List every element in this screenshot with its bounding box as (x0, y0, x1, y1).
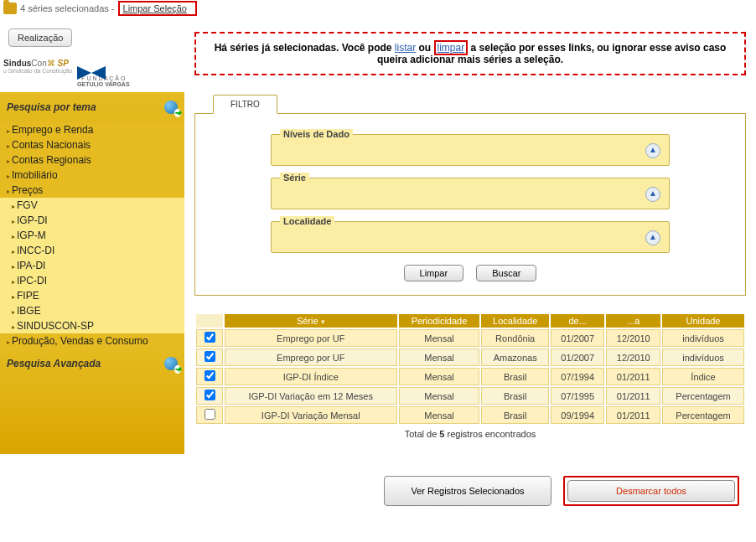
cell-local: Brasil (481, 387, 548, 405)
sidebar-item[interactable]: ▸IGP-M (0, 228, 184, 243)
sidebar-item[interactable]: ▸Produção, Vendas e Consumo (0, 333, 184, 348)
sidebar-item-label: Contas Regionais (12, 154, 91, 166)
sidebar-item[interactable]: ▸IPC-DI (0, 273, 184, 288)
caret-icon: ▸ (12, 263, 15, 271)
sidebar-item-label: FGV (17, 199, 38, 211)
folder-icon (3, 3, 17, 14)
selection-alert: Há séries já selecionadas. Você pode lis… (194, 32, 746, 75)
caret-icon: ▸ (7, 127, 10, 135)
cell-unidade: Percentagem (662, 406, 744, 424)
sidebar-item-label: FIPE (17, 290, 39, 302)
row-checkbox[interactable] (205, 370, 215, 381)
theme-menu: ▸Emprego e Renda▸Contas Nacionais▸Contas… (0, 122, 184, 348)
table-header-row: Série ▾ Periodicidade Localidade de... .… (196, 314, 744, 328)
total-count: Total de 5 registros encontrados (194, 429, 746, 439)
col-de[interactable]: de... (551, 314, 605, 328)
sidebar-item-label: IGP-M (17, 230, 46, 241)
caret-icon: ▸ (7, 338, 10, 346)
cell-a: 12/2010 (606, 348, 660, 366)
sidebar-item-label: IPC-DI (17, 275, 47, 286)
desmarcar-todos-button[interactable]: Desmarcar todos (567, 480, 735, 502)
cell-period: Mensal (399, 329, 480, 347)
caret-icon: ▸ (7, 157, 10, 165)
col-serie[interactable]: Série ▾ (225, 314, 397, 328)
sidebar-item[interactable]: ▸IGP-DI (0, 213, 184, 228)
row-checkbox[interactable] (205, 390, 215, 400)
listar-link[interactable]: listar (395, 42, 416, 54)
cell-period: Mensal (399, 406, 480, 424)
advanced-search-label: Pesquisa Avançada (7, 358, 101, 369)
caret-icon: ▸ (12, 218, 15, 225)
cell-de: 09/1994 (551, 406, 605, 424)
sinduscon-logo: SindusCon⌘ SP o Sindicato da Construção (3, 59, 72, 74)
sidebar-item-label: INCC-DI (17, 245, 54, 256)
globe-icon[interactable] (164, 101, 178, 114)
globe-icon[interactable] (164, 357, 178, 370)
cell-de: 01/2007 (551, 329, 605, 347)
ver-registros-button[interactable]: Ver Registros Selecionados (384, 476, 551, 506)
sidebar-item[interactable]: ▸INCC-DI (0, 243, 184, 258)
cell-serie: Emprego por UF (225, 348, 397, 366)
col-a[interactable]: ...a (606, 314, 660, 328)
cell-period: Mensal (399, 387, 480, 405)
top-status-bar: 4 séries selecionadas - Limpar Seleção (0, 0, 756, 17)
cell-de: 07/1994 (551, 368, 605, 385)
tab-filtro[interactable]: FILTRO (213, 95, 277, 114)
collapse-toggle[interactable]: ▲ (645, 187, 660, 202)
sidebar-item[interactable]: ▸Emprego e Renda (0, 122, 184, 137)
sidebar-item-label: IBGE (17, 305, 41, 317)
advanced-search-block[interactable]: Pesquisa Avançada (0, 348, 184, 454)
col-localidade[interactable]: Localidade (481, 314, 548, 328)
serie-fieldset: Série ▲ (271, 178, 670, 209)
sidebar-item[interactable]: ▸Imobiliário (0, 168, 184, 183)
col-periodicidade[interactable]: Periodicidade (399, 314, 480, 328)
col-unidade[interactable]: Unidade (662, 314, 744, 328)
sidebar-item[interactable]: ▸Preços (0, 183, 184, 198)
sidebar-item[interactable]: ▸FIPE (0, 288, 184, 303)
collapse-toggle[interactable]: ▲ (645, 143, 660, 158)
main-panel: Há séries já selecionadas. Você pode lis… (184, 17, 756, 506)
caret-icon: ▸ (12, 308, 15, 316)
localidade-legend: Localidade (280, 216, 334, 226)
limpar-button[interactable]: Limpar (404, 265, 464, 281)
sidebar-item[interactable]: ▸SINDUSCON-SP (0, 318, 184, 333)
cell-local: Rondônia (481, 329, 548, 347)
logos-row: SindusCon⌘ SP o Sindicato da Construção … (0, 47, 184, 92)
sidebar-item[interactable]: ▸FGV (0, 198, 184, 213)
collapse-toggle[interactable]: ▲ (645, 230, 660, 245)
selection-count-text: 4 séries selecionadas - (20, 3, 115, 13)
cell-de: 07/1995 (551, 387, 605, 405)
results-table: Série ▾ Periodicidade Localidade de... .… (194, 312, 746, 426)
table-row: IGP-DI Variação MensalMensalBrasil09/199… (196, 406, 744, 424)
clear-selection-link[interactable]: Limpar Seleção (118, 1, 197, 16)
cell-local: Brasil (481, 368, 548, 385)
row-checkbox[interactable] (205, 332, 215, 343)
sidebar-item-label: IGP-DI (17, 214, 48, 226)
cell-serie: Emprego por UF (225, 329, 397, 347)
filter-panel: Níveis de Dado ▲ Série ▲ Localidade ▲ Li… (194, 113, 746, 296)
table-row: IGP-DI ÍndiceMensalBrasil07/199401/2011Í… (196, 368, 744, 385)
sidebar-item[interactable]: ▸IBGE (0, 303, 184, 318)
cell-a: 12/2010 (606, 329, 660, 347)
cell-serie: IGP-DI Variação em 12 Meses (225, 387, 397, 405)
cell-serie: IGP-DI Índice (225, 368, 397, 385)
row-checkbox[interactable] (205, 351, 215, 362)
sidebar-item-label: Imobiliário (12, 169, 58, 181)
cell-a: 01/2011 (606, 406, 660, 424)
row-checkbox[interactable] (205, 409, 215, 420)
cell-unidade: indivíduos (662, 348, 744, 366)
fgv-logo: F U N D A Ç Ã O GETULIO VARGAS (77, 59, 129, 87)
table-row: Emprego por UFMensalRondônia01/200712/20… (196, 329, 744, 347)
sidebar-item[interactable]: ▸IPA-DI (0, 258, 184, 273)
caret-icon: ▸ (12, 323, 15, 331)
cell-unidade: indivíduos (662, 329, 744, 347)
buscar-button[interactable]: Buscar (476, 265, 536, 281)
niveis-fieldset: Níveis de Dado ▲ (271, 134, 670, 166)
sidebar-item[interactable]: ▸Contas Nacionais (0, 137, 184, 152)
niveis-legend: Níveis de Dado (280, 129, 353, 139)
table-row: Emprego por UFMensalAmazonas01/200712/20… (196, 348, 744, 366)
sidebar-item-label: Contas Nacionais (12, 139, 91, 151)
caret-icon: ▸ (7, 188, 10, 195)
realizacao-button[interactable]: Realização (8, 28, 72, 47)
sidebar-item[interactable]: ▸Contas Regionais (0, 152, 184, 168)
